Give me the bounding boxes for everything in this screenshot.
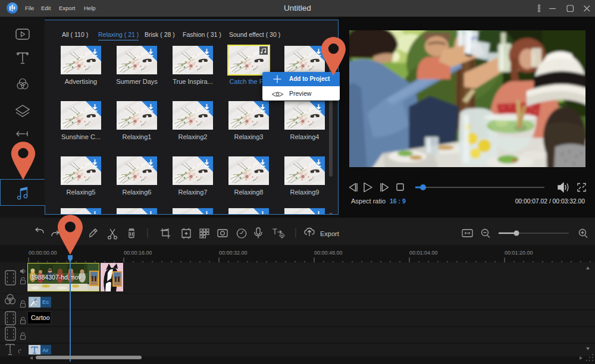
svg-text:00:00:07.02 / 00:03:32.00: 00:00:07.02 / 00:03:32.00 xyxy=(515,198,585,205)
svg-text:16 : 9: 16 : 9 xyxy=(390,197,406,205)
svg-text:Export: Export xyxy=(320,230,339,237)
svg-text:Aspect ratio: Aspect ratio xyxy=(351,197,386,205)
